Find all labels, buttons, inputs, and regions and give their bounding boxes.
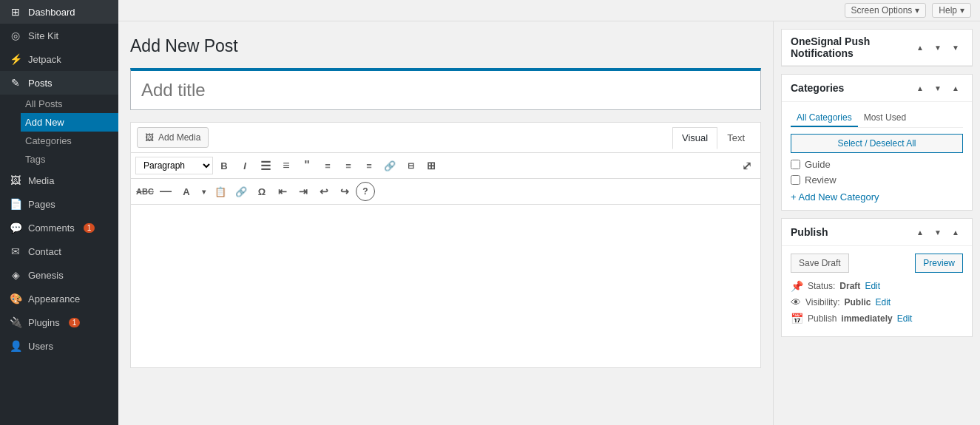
publish-toggle-button[interactable]: ▲: [948, 225, 963, 239]
sidebar-item-add-new[interactable]: Add New: [21, 113, 118, 132]
onesignal-metabox-header[interactable]: OneSignal Push Notifications ▲ ▼ ▼: [782, 30, 972, 66]
paragraph-select[interactable]: Paragraph: [135, 157, 213, 174]
sidebar-item-label: Pages: [28, 199, 55, 210]
sidebar-item-dashboard[interactable]: ⊞ Dashboard: [0, 0, 118, 24]
blockquote-button[interactable]: ": [297, 156, 317, 175]
all-posts-label: All Posts: [25, 98, 63, 109]
help-label: Help: [939, 5, 957, 16]
undo-button[interactable]: ↩: [314, 182, 334, 201]
onesignal-toggle-button[interactable]: ▼: [948, 40, 963, 55]
sidebar-item-media[interactable]: 🖼 Media: [0, 169, 118, 192]
special-chars-button[interactable]: Ω: [252, 182, 271, 201]
clear-formatting-button[interactable]: 🔗: [232, 182, 251, 201]
align-center-button[interactable]: ≡: [339, 156, 358, 175]
screen-options-button[interactable]: Screen Options ▾: [845, 3, 927, 18]
preview-button[interactable]: Preview: [915, 254, 963, 273]
onesignal-down-button[interactable]: ▼: [930, 40, 945, 55]
sidebar-item-posts[interactable]: ✎ Posts: [0, 71, 118, 95]
tab-all-categories[interactable]: All Categories: [791, 109, 858, 127]
fullscreen-button[interactable]: ⤢: [737, 156, 756, 175]
sidebar-item-plugins[interactable]: 🔌 Plugins 1: [0, 310, 118, 334]
sidebar-item-label: Contact: [28, 246, 61, 257]
tab-most-used[interactable]: Most Used: [858, 109, 912, 127]
editor-body[interactable]: [131, 205, 760, 367]
align-left-button[interactable]: ≡: [318, 156, 337, 175]
sidebar-item-site-kit[interactable]: ◎ Site Kit: [0, 24, 118, 47]
align-right-button[interactable]: ≡: [359, 156, 379, 175]
sidebar: ⊞ Dashboard ◎ Site Kit ⚡ Jetpack ✎ Posts…: [0, 0, 118, 425]
sidebar-item-tags[interactable]: Tags: [21, 150, 118, 169]
tab-text[interactable]: Text: [717, 127, 754, 149]
help-button[interactable]: Help ▾: [932, 3, 971, 18]
main-area: Screen Options ▾ Help ▾ Add New Post 🖼 A…: [118, 0, 980, 425]
publish-up-button[interactable]: ▲: [913, 225, 927, 239]
strikethrough-button[interactable]: ABC: [135, 182, 155, 201]
sidebar-item-genesis[interactable]: ◈ Genesis: [0, 263, 118, 287]
sidebar-item-pages[interactable]: 📄 Pages: [0, 192, 118, 216]
post-title-input[interactable]: [130, 68, 761, 110]
sidebar-item-label: Jetpack: [28, 54, 61, 65]
onesignal-up-button[interactable]: ▲: [913, 40, 927, 55]
link-button[interactable]: 🔗: [380, 156, 399, 175]
categories-down-button[interactable]: ▼: [930, 81, 945, 95]
editor-area: Add New Post 🖼 Add Media Visual Te: [118, 21, 773, 425]
sidebar-item-all-posts[interactable]: All Posts: [21, 95, 118, 113]
add-new-category-link[interactable]: + Add New Category: [791, 191, 963, 203]
sidebar-item-label: Media: [28, 175, 54, 186]
publish-down-button[interactable]: ▼: [930, 225, 945, 239]
publish-edit-link[interactable]: Edit: [897, 313, 913, 324]
save-draft-button[interactable]: Save Draft: [791, 254, 849, 273]
text-color-button[interactable]: A: [177, 182, 196, 201]
help-chevron-icon: ▾: [960, 5, 964, 16]
categories-metabox-header[interactable]: Categories ▲ ▼ ▲: [782, 75, 972, 102]
bold-button[interactable]: B: [214, 156, 234, 175]
status-edit-link[interactable]: Edit: [865, 281, 880, 291]
sidebar-item-appearance[interactable]: 🎨 Appearance: [0, 287, 118, 310]
categories-metabox: Categories ▲ ▼ ▲ All Categories Most Use…: [781, 74, 973, 211]
publish-metabox-header[interactable]: Publish ▲ ▼ ▲: [782, 219, 972, 246]
categories-up-button[interactable]: ▲: [913, 81, 927, 95]
paste-as-text-button[interactable]: 📋: [211, 182, 230, 201]
sidebar-item-label: Genesis: [28, 270, 64, 281]
category-checkbox-review[interactable]: [791, 175, 800, 185]
category-label-review: Review: [805, 174, 837, 186]
categories-content: All Categories Most Used Select / Desele…: [782, 102, 972, 210]
add-media-label: Add Media: [158, 132, 200, 143]
tab-visual[interactable]: Visual: [672, 127, 717, 149]
table-button[interactable]: ⊞: [422, 156, 441, 175]
unordered-list-button[interactable]: ☰: [256, 156, 275, 175]
tab-visual-label: Visual: [682, 132, 708, 143]
category-checkbox-guide[interactable]: [791, 160, 800, 169]
contact-icon: ✉: [9, 245, 22, 257]
text-color-dropdown[interactable]: ▾: [197, 182, 209, 201]
visibility-icon: 👁: [791, 296, 801, 308]
categories-toggle-button[interactable]: ▲: [948, 81, 963, 95]
ordered-list-button[interactable]: ≡: [277, 156, 296, 175]
sidebar-item-label: Appearance: [28, 293, 80, 305]
redo-button[interactable]: ↪: [335, 182, 354, 201]
view-tabs: Visual Text: [672, 127, 754, 149]
sidebar-item-categories[interactable]: Categories: [21, 132, 118, 150]
help-toolbar-button[interactable]: ?: [356, 182, 375, 201]
outdent-button[interactable]: ⇤: [273, 182, 292, 201]
sidebar-item-label: Dashboard: [28, 7, 75, 18]
sidebar-item-jetpack[interactable]: ⚡ Jetpack: [0, 47, 118, 71]
select-deselect-all-button[interactable]: Select / Deselect All: [791, 134, 963, 153]
publish-label: Publish: [808, 313, 837, 324]
category-item-guide: Guide: [791, 159, 963, 170]
sidebar-item-users[interactable]: 👤 Users: [0, 334, 118, 358]
sidebar-item-label: Plugins: [28, 317, 60, 328]
sidebar-item-contact[interactable]: ✉ Contact: [0, 239, 118, 263]
publish-status-row: 📌 Status: Draft Edit: [791, 280, 963, 292]
italic-button[interactable]: I: [235, 156, 254, 175]
category-item-review: Review: [791, 174, 963, 186]
onesignal-controls: ▲ ▼ ▼: [913, 40, 963, 55]
visibility-label: Visibility:: [805, 297, 839, 307]
indent-button[interactable]: ⇥: [294, 182, 313, 201]
add-media-button[interactable]: 🖼 Add Media: [137, 127, 209, 148]
appearance-icon: 🎨: [9, 293, 22, 305]
unlink-button[interactable]: ⊟: [401, 156, 420, 175]
visibility-edit-link[interactable]: Edit: [875, 297, 891, 307]
hr-button[interactable]: —: [156, 182, 175, 201]
sidebar-item-comments[interactable]: 💬 Comments 1: [0, 216, 118, 239]
